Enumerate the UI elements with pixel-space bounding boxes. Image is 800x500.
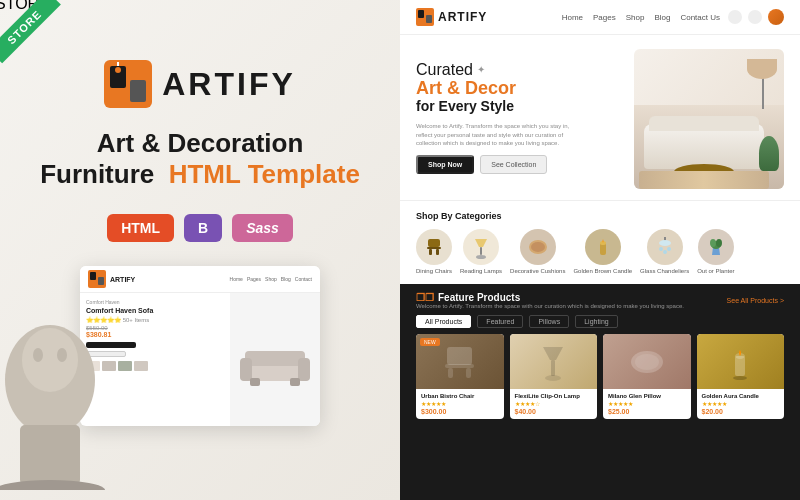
logo-icon xyxy=(104,60,152,108)
svg-point-36 xyxy=(667,247,671,251)
features-tabs: All Products Featured Pillows Lighting xyxy=(416,315,784,328)
category-circle-6 xyxy=(698,229,734,265)
category-circle-5 xyxy=(647,229,683,265)
hero-art-decor: Art & Decor xyxy=(416,79,624,99)
user-avatar[interactable] xyxy=(768,9,784,25)
svg-point-48 xyxy=(635,354,659,370)
product-name-candle: Golden Aura Candle xyxy=(702,393,780,399)
product-img-chair: NEW xyxy=(416,334,504,389)
svg-rect-43 xyxy=(448,368,453,378)
hero-for-every-style: for Every Style xyxy=(416,98,624,114)
category-label-5: Glass Chandeliers xyxy=(640,268,689,274)
svg-point-46 xyxy=(545,375,561,381)
inner-preview-header: ARTIFY Home Pages Shop Blog Contact xyxy=(80,266,320,293)
product-img-pillow xyxy=(603,334,691,389)
feature-products-section: ❒❒ Feature Products Welcome to Artify. T… xyxy=(400,284,800,500)
svg-rect-7 xyxy=(98,277,104,285)
see-collection-button[interactable]: See Collection xyxy=(480,155,547,174)
svg-rect-44 xyxy=(466,368,471,378)
nav-logo-icon xyxy=(416,8,434,26)
website-mockup: ARTIFY Home Pages Shop Blog Contact Us C… xyxy=(400,0,800,500)
svg-rect-13 xyxy=(290,378,300,386)
features-description: Welcome to Artify. Transform the space w… xyxy=(416,303,684,309)
product-info-pillow: Milano Glen Pillow ★★★★★ $25.00 xyxy=(603,389,691,419)
site-categories: Shop By Categories Dining Chairs xyxy=(400,200,800,284)
svg-rect-25 xyxy=(429,249,432,255)
categories-grid: Dining Chairs Reading Lamps xyxy=(416,229,784,274)
svg-rect-22 xyxy=(426,15,432,23)
nav-link-pages[interactable]: Pages xyxy=(593,13,616,22)
nav-link-blog[interactable]: Blog xyxy=(654,13,670,22)
product-info-candle: Golden Aura Candle ★★★★★ $20.00 xyxy=(697,389,785,419)
product-name-pillow: Milano Glen Pillow xyxy=(608,393,686,399)
tech-badges: HTML B Sass xyxy=(107,214,293,242)
category-circle-2 xyxy=(463,229,499,265)
category-circle-4 xyxy=(585,229,621,265)
svg-rect-6 xyxy=(90,272,96,280)
tab-lighting[interactable]: Lighting xyxy=(575,315,618,328)
nav-links[interactable]: Home Pages Shop Blog Contact Us xyxy=(562,13,720,22)
nav-link-contact[interactable]: Contact Us xyxy=(680,13,720,22)
features-header: ❒❒ Feature Products Welcome to Artify. T… xyxy=(416,292,784,309)
product-price-candle: $20.00 xyxy=(702,408,780,415)
category-decorative-cushions[interactable]: Decorative Cushions xyxy=(510,229,565,274)
hero-room-image xyxy=(634,49,784,189)
curated-icon: ✦ xyxy=(477,64,485,75)
wishlist-icon[interactable] xyxy=(748,10,762,24)
features-title: ❒❒ Feature Products xyxy=(416,292,684,303)
product-name-lamp: FlexiLite Clip-On Lamp xyxy=(515,393,593,399)
headline-line1: Art & Decoration xyxy=(40,128,360,159)
svg-rect-21 xyxy=(418,10,424,18)
product-card-chair: NEW Urban Bistro Chair ★★★★★ $300.00 xyxy=(416,334,504,419)
category-dining-chairs[interactable]: Dining Chairs xyxy=(416,229,452,274)
category-circle-3 xyxy=(520,229,556,265)
product-name-chair: Urban Bistro Chair xyxy=(421,393,499,399)
see-all-products-link[interactable]: See All Products > xyxy=(727,297,784,304)
svg-point-30 xyxy=(531,242,545,252)
category-label-3: Decorative Cushions xyxy=(510,268,565,274)
category-circle-1 xyxy=(416,229,452,265)
category-label-4: Golden Brown Candle xyxy=(573,268,632,274)
preview-sofa-image xyxy=(230,293,320,426)
svg-rect-45 xyxy=(551,360,555,376)
svg-point-28 xyxy=(476,255,486,259)
shop-now-button[interactable]: Shop Now xyxy=(416,155,474,174)
svg-point-19 xyxy=(0,480,105,490)
nav-link-shop[interactable]: Shop xyxy=(626,13,645,22)
product-stars-pillow: ★★★★★ xyxy=(608,400,686,407)
badge-sass: Sass xyxy=(232,214,293,242)
nav-link-home[interactable]: Home xyxy=(562,13,583,22)
logo-text: ARTIFY xyxy=(162,66,296,103)
hero-curated: Curated ✦ xyxy=(416,61,624,79)
search-icon[interactable] xyxy=(728,10,742,24)
site-nav-logo: ARTIFY xyxy=(416,8,487,26)
product-price-chair: $300.00 xyxy=(421,408,499,415)
svg-point-51 xyxy=(733,376,747,380)
tab-all-products[interactable]: All Products xyxy=(416,315,471,328)
tab-featured[interactable]: Featured xyxy=(477,315,523,328)
preview-nav: Home Pages Shop Blog Contact xyxy=(230,276,312,282)
svg-point-37 xyxy=(663,250,667,254)
category-reading-lamps[interactable]: Reading Lamps xyxy=(460,229,502,274)
preview-logo-text: ARTIFY xyxy=(110,276,135,283)
store-label: STORE xyxy=(0,0,50,12)
left-panel: STORE ARTIFY Art & Decoration Furniture … xyxy=(0,0,400,500)
product-card-lamp: FlexiLite Clip-On Lamp ★★★★☆ $40.00 xyxy=(510,334,598,419)
category-golden-candle[interactable]: Golden Brown Candle xyxy=(573,229,632,274)
category-glass-chandeliers[interactable]: Glass Chandeliers xyxy=(640,229,689,274)
svg-rect-9 xyxy=(245,351,305,366)
site-nav: ARTIFY Home Pages Shop Blog Contact Us xyxy=(400,0,800,35)
svg-point-17 xyxy=(57,348,67,362)
right-panel: ARTIFY Home Pages Shop Blog Contact Us C… xyxy=(400,0,800,500)
category-planter[interactable]: Out or Planter xyxy=(697,229,734,274)
left-headline: Art & Decoration Furniture HTML Template xyxy=(40,128,360,190)
svg-point-3 xyxy=(115,67,121,73)
tab-pillows[interactable]: Pillows xyxy=(529,315,569,328)
hero-sofa xyxy=(644,124,764,169)
statue-figure xyxy=(0,300,140,500)
categories-title: Shop By Categories xyxy=(416,211,784,221)
preview-logo-icon xyxy=(88,270,106,288)
svg-rect-2 xyxy=(130,80,146,102)
headline-line3: HTML Template xyxy=(169,159,360,189)
svg-rect-18 xyxy=(20,425,80,485)
